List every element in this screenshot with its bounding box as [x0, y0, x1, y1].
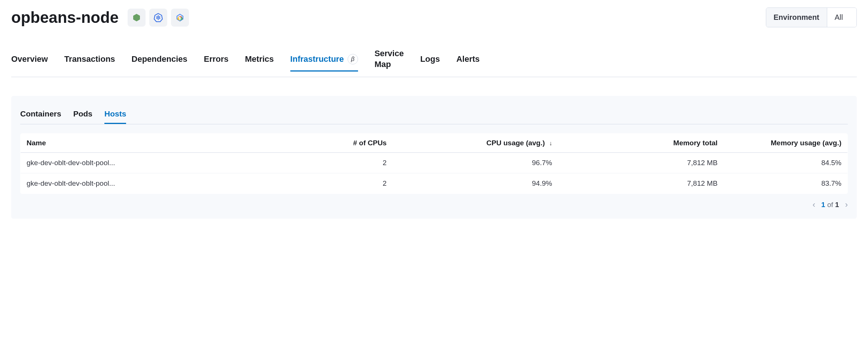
tab-overview[interactable]: Overview — [11, 48, 48, 71]
cell-mem-total: 7,812 MB — [558, 173, 724, 194]
table-row: gke-dev-oblt-dev-oblt-pool... 2 96.7% 7,… — [21, 153, 848, 173]
cell-mem-usage: 84.5% — [724, 153, 848, 173]
page-header: opbeans-node Environment All — [11, 7, 857, 27]
table-header-row: Name # of CPUs CPU usage (avg.) ↓ Memory… — [21, 134, 848, 153]
gcp-icon[interactable] — [171, 9, 189, 27]
cell-mem-usage: 83.7% — [724, 173, 848, 194]
host-name-link[interactable]: gke-dev-oblt-dev-oblt-pool... — [21, 173, 269, 194]
tab-service-map[interactable]: ServiceMap — [375, 42, 404, 77]
subtab-containers[interactable]: Containers — [20, 105, 61, 124]
tab-transactions[interactable]: Transactions — [64, 48, 115, 71]
tab-infrastructure[interactable]: Infrastructure β — [290, 48, 358, 72]
page-current: 1 — [821, 201, 825, 209]
environment-label: Environment — [766, 8, 827, 27]
table-row: gke-dev-oblt-dev-oblt-pool... 2 94.9% 7,… — [21, 173, 848, 194]
pagination: ‹ 1 of 1 › — [20, 200, 848, 210]
subtab-hosts[interactable]: Hosts — [104, 105, 126, 124]
col-header-cpu-usage[interactable]: CPU usage (avg.) ↓ — [392, 134, 558, 153]
hosts-table: Name # of CPUs CPU usage (avg.) ↓ Memory… — [20, 133, 848, 194]
environment-selector[interactable]: Environment All — [766, 7, 857, 27]
pagination-text: 1 of 1 — [821, 201, 839, 209]
tab-infrastructure-label: Infrastructure — [290, 54, 344, 64]
tab-alerts[interactable]: Alerts — [456, 48, 480, 71]
sub-tabs: Containers Pods Hosts — [20, 105, 848, 124]
next-page-icon[interactable]: › — [845, 200, 848, 210]
cell-cpus: 2 — [269, 173, 393, 194]
kubernetes-icon[interactable] — [149, 9, 167, 27]
content-panel: Containers Pods Hosts Name # of CPUs CPU… — [11, 96, 857, 219]
tab-metrics[interactable]: Metrics — [245, 48, 274, 71]
svg-marker-0 — [133, 14, 140, 21]
prev-page-icon[interactable]: ‹ — [813, 200, 815, 210]
subtab-pods[interactable]: Pods — [73, 105, 92, 124]
cell-mem-total: 7,812 MB — [558, 153, 724, 173]
main-tabs: Overview Transactions Dependencies Error… — [11, 42, 857, 77]
service-icons — [128, 9, 189, 27]
col-header-cpu-usage-label: CPU usage (avg.) — [486, 139, 545, 147]
page-total: 1 — [835, 201, 839, 209]
tab-logs[interactable]: Logs — [420, 48, 440, 71]
cell-cpus: 2 — [269, 153, 393, 173]
col-header-name[interactable]: Name — [21, 134, 269, 153]
tab-dependencies[interactable]: Dependencies — [132, 48, 187, 71]
sort-desc-icon: ↓ — [549, 140, 552, 147]
col-header-cpus[interactable]: # of CPUs — [269, 134, 393, 153]
col-header-memory-usage[interactable]: Memory usage (avg.) — [724, 134, 848, 153]
nodejs-icon[interactable] — [128, 9, 146, 27]
page-of-label: of — [827, 201, 833, 209]
page-title: opbeans-node — [11, 9, 119, 27]
col-header-memory-total[interactable]: Memory total — [558, 134, 724, 153]
tab-errors[interactable]: Errors — [204, 48, 229, 71]
environment-value[interactable]: All — [827, 8, 856, 27]
header-left: opbeans-node — [11, 9, 189, 27]
cell-cpu-usage: 94.9% — [392, 173, 558, 194]
host-name-link[interactable]: gke-dev-oblt-dev-oblt-pool... — [21, 153, 269, 173]
cell-cpu-usage: 96.7% — [392, 153, 558, 173]
beta-badge: β — [348, 54, 358, 64]
